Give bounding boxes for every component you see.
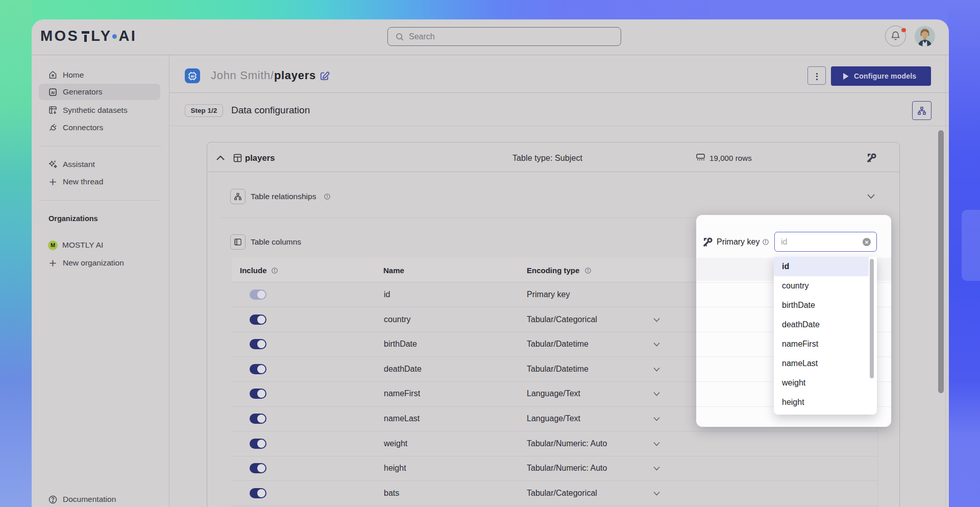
svg-text:AI: AI xyxy=(191,75,194,78)
svg-text:AI: AI xyxy=(51,90,55,94)
